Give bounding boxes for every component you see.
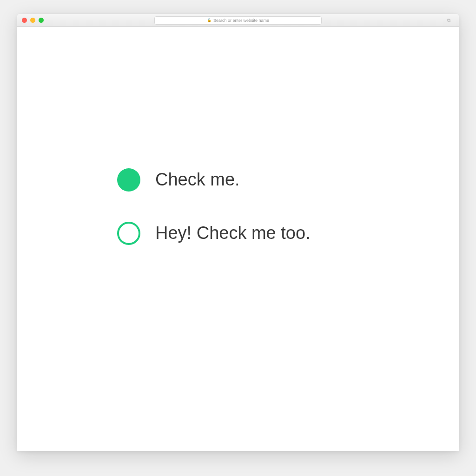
close-window-button[interactable]: [22, 18, 27, 23]
address-text: Search or enter website name: [213, 18, 269, 23]
window-controls: [22, 18, 44, 23]
minimize-window-button[interactable]: [30, 18, 35, 23]
lock-icon: 🔒: [207, 18, 212, 22]
radio-option-2[interactable]: Hey! Check me too.: [117, 222, 359, 245]
radio-circle-unchecked-icon[interactable]: [117, 222, 140, 245]
reader-icon: ⧉: [447, 18, 450, 23]
content-area: Check me. Hey! Check me too.: [17, 27, 459, 451]
address-bar[interactable]: 🔒 Search or enter website name: [154, 16, 322, 25]
radio-option-1[interactable]: Check me.: [117, 168, 359, 192]
radio-label[interactable]: Check me.: [155, 170, 240, 190]
radio-label[interactable]: Hey! Check me too.: [155, 223, 311, 243]
reader-mode-button[interactable]: ⧉: [445, 17, 452, 24]
radio-circle-checked-icon[interactable]: [117, 168, 140, 192]
title-bar: 🔒 Search or enter website name ⧉: [17, 14, 459, 27]
browser-window: 🔒 Search or enter website name ⧉ Check m…: [17, 14, 459, 451]
maximize-window-button[interactable]: [39, 18, 44, 23]
